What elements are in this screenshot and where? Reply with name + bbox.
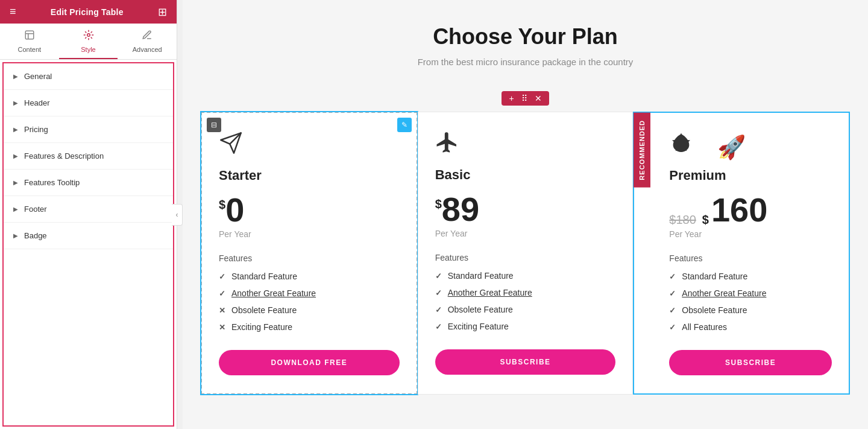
check-icon: ✓ [219,272,225,281]
menu-item-features-tooltip-label: Features Tooltip [24,178,80,187]
basic-cta-button[interactable]: SUBSCRIBE [435,349,616,375]
premium-features-label: Features [669,253,832,263]
starter-period: Per Year [219,229,400,239]
tab-content[interactable]: Content [0,24,59,59]
sidebar-menu: ▶ General ▶ Header ▶ Pricing ▶ Features … [2,62,174,427]
chevron-right-icon: ▶ [13,206,18,212]
pricing-card-premium: Recommended 🚀 Premium $180 $ 160 Per Yea… [633,112,850,395]
check-icon: ✓ [435,272,442,281]
feature-text: Standard Feature [448,271,514,281]
starter-plan-name: Starter [219,168,400,183]
pricing-card-basic: Basic $ 89 Per Year Features ✓ Standard … [418,112,634,395]
tab-style-label: Style [81,46,95,53]
menu-item-header[interactable]: ▶ Header [4,90,173,116]
menu-item-footer-label: Footer [24,205,47,214]
premium-original-price: $180 [669,213,696,227]
menu-item-header-label: Header [24,98,50,107]
menu-item-general[interactable]: ▶ General [4,63,173,90]
menu-item-footer[interactable]: ▶ Footer [4,196,173,223]
chevron-right-icon: ▶ [13,232,18,239]
list-item: ✓ Exciting Feature [435,322,616,331]
basic-plan-name: Basic [435,167,616,183]
basic-price-amount: 89 [442,192,479,226]
hamburger-icon[interactable]: ≡ [10,5,16,18]
feature-text: Standard Feature [231,272,297,281]
svg-rect-0 [25,31,34,39]
premium-cta-button[interactable]: SUBSCRIBE [669,350,832,375]
list-item: ✓ Standard Feature [435,271,616,281]
feature-text: Another Great Feature [448,288,532,297]
feature-text: Obsolete Feature [448,305,513,314]
list-item: ✓ Another Great Feature [669,288,832,298]
menu-item-badge[interactable]: ▶ Badge [4,223,173,249]
feature-text: Obsolete Feature [231,305,297,315]
chevron-right-icon: ▶ [13,100,18,106]
recommended-badge: Recommended [634,113,650,188]
sidebar-header: ≡ Edit Pricing Table ⊞ [0,0,177,24]
card-menu-button-starter[interactable]: ⊟ [207,118,221,132]
basic-plan-icon [435,130,616,160]
pricing-card-starter: ⊟ ✎ Starter $ 0 Per Year Features ✓ Stan… [201,112,418,395]
x-icon: ✕ [219,306,225,315]
close-icon[interactable]: ✕ [535,94,542,103]
feature-text: Obsolete Feature [682,305,747,315]
pricing-cards: ⊟ ✎ Starter $ 0 Per Year Features ✓ Stan… [201,112,850,395]
basic-currency: $ [435,197,442,211]
tab-advanced-label: Advanced [133,46,162,53]
chevron-right-icon: ▶ [13,73,18,80]
main-content: Choose Your Plan From the best micro ins… [183,0,868,429]
advanced-tab-icon [142,30,153,43]
basic-period: Per Year [435,229,616,238]
card-edit-button-starter[interactable]: ✎ [397,118,412,132]
content-tab-icon [24,30,35,43]
sidebar-title: Edit Pricing Table [51,7,124,17]
x-icon: ✕ [219,323,225,332]
starter-currency: $ [219,198,225,212]
check-icon: ✓ [669,272,676,281]
chevron-right-icon: ▶ [13,153,18,159]
move-icon[interactable]: ⠿ [521,94,527,103]
add-column-icon[interactable]: + [509,94,514,103]
page-title: Choose Your Plan [201,24,850,49]
list-item: ✕ Exciting Feature [219,322,400,332]
feature-text: Standard Feature [682,272,747,281]
menu-item-features-description-label: Features & Description [24,151,104,160]
check-icon: ✓ [435,322,442,331]
sidebar-tabs: Content Style Advanced [0,24,177,60]
collapse-sidebar-button[interactable]: ‹ [172,204,183,226]
menu-item-pricing[interactable]: ▶ Pricing [4,116,173,143]
feature-text: All Features [682,322,727,332]
premium-price-amount: 160 [711,193,767,227]
check-icon: ✓ [669,306,676,315]
starter-features-label: Features [219,253,400,263]
check-icon: ✓ [669,289,676,298]
premium-plan-price: $180 $ 160 [669,193,832,227]
list-item: ✓ Standard Feature [219,272,400,281]
chevron-right-icon: ▶ [13,126,18,133]
float-toolbar: + ⠿ ✕ [502,91,549,106]
feature-text: Another Great Feature [682,288,766,298]
premium-plan-icon: 🚀 [669,131,832,160]
page-subtitle: From the best micro insurance package in… [201,57,850,67]
basic-features-label: Features [435,253,616,262]
tab-style[interactable]: Style [59,24,118,59]
starter-price-amount: 0 [225,193,244,227]
menu-item-general-label: General [24,72,52,81]
feature-text: Another Great Feature [231,288,316,298]
tab-advanced[interactable]: Advanced [118,24,177,59]
menu-item-features-tooltip[interactable]: ▶ Features Tooltip [4,170,173,196]
check-icon: ✓ [435,288,442,297]
svg-point-3 [87,34,90,37]
sidebar: ≡ Edit Pricing Table ⊞ Content Style Adv… [0,0,177,429]
menu-item-features-description[interactable]: ▶ Features & Description [4,143,173,170]
starter-cta-button[interactable]: DOWNLOAD FREE [219,350,400,375]
starter-plan-icon [219,131,400,160]
menu-item-badge-label: Badge [24,231,47,240]
premium-plan-name: Premium [669,168,832,183]
grid-icon[interactable]: ⊞ [158,5,167,19]
list-item: ✓ Obsolete Feature [435,305,616,314]
starter-plan-price: $ 0 [219,193,400,227]
tab-content-label: Content [18,46,42,53]
premium-currency: $ [702,213,709,227]
list-item: ✓ Another Great Feature [219,288,400,298]
